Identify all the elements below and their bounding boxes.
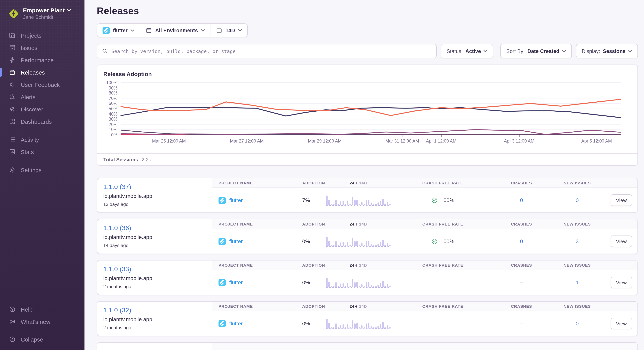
- display-dropdown[interactable]: Display: Sessions: [576, 44, 638, 58]
- release-table: PROJECT NAME ADOPTION 24H14D CRASH FREE …: [212, 178, 638, 212]
- col-new-issues: NEW ISSUES: [550, 263, 604, 267]
- chart-line-release-d: [121, 130, 620, 134]
- nav-secondary: ActivityStats: [0, 133, 84, 158]
- sidebar-item-dashboards[interactable]: Dashboards: [0, 115, 84, 128]
- project-link[interactable]: flutter: [229, 279, 243, 285]
- project-link[interactable]: flutter: [229, 320, 243, 326]
- col-crashes: CRASHES: [493, 181, 550, 185]
- new-issues-link[interactable]: 0: [576, 320, 579, 326]
- crashes-cell: –: [493, 320, 550, 327]
- total-sessions-value: 2.2k: [142, 157, 151, 162]
- col-crash-free-rate: CRASH FREE RATE: [393, 263, 493, 267]
- dashboards-icon: [9, 118, 16, 125]
- flutter-icon: [218, 320, 226, 327]
- release-age: 13 days ago: [103, 202, 206, 207]
- search-input[interactable]: [111, 48, 432, 54]
- sidebar-item-help[interactable]: Help: [0, 303, 84, 315]
- environment-filter[interactable]: All Environments: [140, 24, 210, 37]
- new-issues-link[interactable]: 0: [576, 197, 579, 203]
- sidebar-item-performance[interactable]: Performance: [0, 54, 84, 66]
- toggle-24h[interactable]: 24H: [350, 181, 358, 185]
- toggle-14d[interactable]: 14D: [359, 181, 367, 185]
- view-button[interactable]: View: [610, 194, 632, 206]
- y-tick-label: 10%: [109, 127, 118, 132]
- col-adoption: ADOPTION: [285, 263, 324, 267]
- toggle-24h[interactable]: 24H: [350, 222, 358, 226]
- org-switcher[interactable]: Empower Plant Jane Schmidt: [0, 0, 84, 24]
- project-link[interactable]: flutter: [229, 238, 243, 244]
- col-time-window: 24H14D: [324, 304, 393, 308]
- app-root: Empower Plant Jane Schmidt ProjectsIssue…: [0, 0, 644, 350]
- adoption-sparkline: [324, 194, 393, 206]
- sidebar-item-issues[interactable]: Issues: [0, 42, 84, 54]
- release-card: 1.1.0 (37) io.planttv.mobile.app 13 days…: [97, 178, 212, 212]
- stats-icon: [9, 148, 16, 155]
- toggle-24h[interactable]: 24H: [350, 304, 358, 308]
- x-tick-label: Mar 29 12:00 AM: [308, 139, 342, 143]
- toggle-24h[interactable]: 24H: [350, 263, 358, 267]
- crashes-link[interactable]: 0: [520, 238, 523, 244]
- project-cell: flutter: [212, 196, 285, 204]
- status-dropdown[interactable]: Status: Active: [441, 44, 493, 58]
- sidebar-item-projects[interactable]: Projects: [0, 29, 84, 42]
- new-issues-link[interactable]: 1: [576, 279, 579, 285]
- col-crashes: CRASHES: [493, 222, 550, 226]
- new-issues-link[interactable]: 3: [576, 238, 579, 244]
- sentry-logo-icon: [8, 8, 19, 19]
- sidebar-item-user-feedback[interactable]: User Feedback: [0, 78, 84, 91]
- col-crashes: CRASHES: [493, 304, 550, 308]
- sidebar-item-releases[interactable]: Releases: [0, 66, 84, 78]
- sidebar-item-activity[interactable]: Activity: [0, 133, 84, 146]
- check-circle-icon: [431, 238, 438, 244]
- crashes-link[interactable]: 0: [520, 197, 523, 203]
- chevron-down-icon: [238, 29, 242, 32]
- nav-collapse: Collapse: [0, 333, 84, 345]
- project-filter[interactable]: flutter: [97, 24, 140, 37]
- adoption-chart: 100%90%80%70%60%50%40%30%20%10%0% Mar 25…: [103, 83, 631, 149]
- crash-free-cell: –: [393, 320, 493, 326]
- project-cell: flutter: [212, 238, 285, 245]
- chart-title: Release Adoption: [103, 71, 631, 77]
- release-list: 1.1.0 (37) io.planttv.mobile.app 13 days…: [97, 178, 638, 350]
- page-filter-bar: flutter All Environments 14D: [97, 24, 248, 37]
- toggle-14d[interactable]: 14D: [359, 222, 367, 226]
- chevron-down-icon: [628, 50, 632, 52]
- sidebar-item-label: Releases: [21, 69, 45, 76]
- toggle-14d[interactable]: 14D: [359, 304, 367, 308]
- release-table-row: flutter 7% 100% 0 0 View: [212, 188, 638, 212]
- crashes-value: –: [520, 279, 523, 285]
- col-time-window: 24H14D: [324, 181, 393, 185]
- y-tick-label: 50%: [109, 106, 118, 111]
- x-tick-label: Mar 31 12:00 AM: [385, 139, 419, 143]
- discover-icon: [9, 106, 16, 113]
- org-name: Empower Plant: [23, 7, 71, 14]
- sidebar-item-label: Stats: [21, 149, 34, 155]
- release-version-link[interactable]: 1.1.0 (36): [103, 224, 131, 232]
- x-tick: [325, 135, 325, 137]
- crash-free-cell: 100%: [393, 238, 493, 244]
- col-crash-free-rate: CRASH FREE RATE: [393, 304, 493, 308]
- toggle-14d[interactable]: 14D: [359, 263, 367, 267]
- sort-by-dropdown[interactable]: Sort By: Date Created: [500, 44, 572, 58]
- project-link[interactable]: flutter: [229, 197, 243, 203]
- sidebar-item-alerts[interactable]: Alerts: [0, 91, 84, 103]
- releases-icon: [9, 69, 16, 76]
- release-version-link[interactable]: 1.1.0 (33): [103, 265, 131, 273]
- x-tick-label: Mar 25 12:00 AM: [152, 139, 186, 143]
- view-button[interactable]: View: [610, 318, 632, 329]
- y-tick-label: 40%: [109, 111, 118, 117]
- release-version-link[interactable]: 1.1.0 (32): [103, 306, 131, 314]
- sidebar-item-discover[interactable]: Discover: [0, 103, 84, 115]
- date-range-filter[interactable]: 14D: [210, 24, 248, 37]
- sidebar-item-settings[interactable]: Settings: [0, 164, 84, 176]
- sidebar-item-label: Collapse: [21, 336, 43, 342]
- sidebar-item-collapse[interactable]: Collapse: [0, 333, 84, 345]
- sidebar-item-what-s-new[interactable]: What's new: [0, 315, 84, 328]
- view-button[interactable]: View: [610, 235, 632, 247]
- release-version-link[interactable]: 1.1.0 (37): [103, 183, 131, 191]
- view-button[interactable]: View: [610, 277, 632, 288]
- release-group: 1.1.0 (32) io.planttv.mobile.app 2 month…: [97, 301, 638, 336]
- sidebar-item-stats[interactable]: Stats: [0, 146, 84, 158]
- crashes-cell: 0: [493, 238, 550, 245]
- release-table: PROJECT NAME ADOPTION 24H14D CRASH FREE …: [212, 260, 638, 295]
